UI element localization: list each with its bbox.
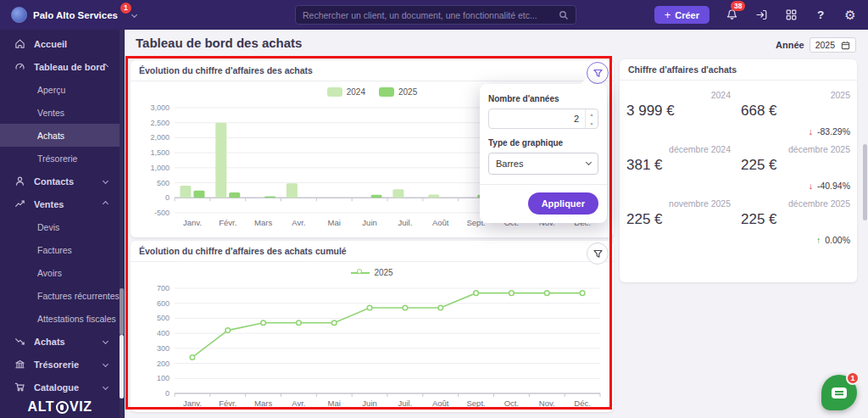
kpi-row: 202420253 999 €668 €↓ -83.29% — [625, 90, 850, 137]
svg-text:Juin: Juin — [362, 218, 376, 227]
import-button[interactable] — [754, 5, 769, 25]
sidebar-item-tresorerie[interactable]: Trésorerie — [0, 353, 120, 376]
apps-button[interactable] — [783, 5, 798, 25]
years-count-label: Nombre d'années — [488, 94, 598, 103]
sidebar-item-label: Avoirs — [37, 268, 62, 278]
svg-text:100: 100 — [157, 374, 170, 382]
sidebar-item-label: Achats — [34, 337, 65, 347]
years-count-input[interactable]: 2 ▲ ▼ — [488, 109, 598, 129]
inbox-arrow-icon — [755, 8, 768, 21]
sidebar-item-accueil[interactable]: Accueil — [0, 32, 120, 55]
svg-text:1,000: 1,000 — [150, 164, 170, 172]
grid-icon — [785, 8, 798, 21]
kpi-value: 225 € — [731, 211, 850, 228]
sidebar-item-apercu[interactable]: Aperçu — [0, 78, 120, 101]
svg-text:Juil.: Juil. — [398, 218, 412, 227]
scrollbar-segment[interactable] — [120, 288, 124, 335]
kpi-panel-title: Chiffre d'affaires d'achats — [628, 64, 737, 75]
sidebar-item-achats[interactable]: Achats — [0, 330, 120, 353]
sidebar-item-ventes[interactable]: Ventes — [0, 192, 120, 215]
sidebar-item-label: Aperçu — [37, 85, 65, 95]
sidebar-item-tableau-de-bord[interactable]: Tableau de bord — [0, 55, 120, 78]
sidebar-item-tresorerie[interactable]: Trésorerie — [0, 147, 120, 170]
legend-item-2025[interactable]: 2025 — [351, 268, 392, 277]
line-chart-header: Évolution du chiffre d'affaires des acha… — [131, 241, 614, 262]
sidebar-scrollbar[interactable] — [120, 30, 124, 418]
main-scrollbar[interactable] — [863, 144, 867, 229]
scrollbar-thumb[interactable] — [863, 144, 867, 220]
sidebar-item-label: Ventes — [34, 199, 64, 209]
sidebar-item-achats[interactable]: Achats — [0, 124, 120, 147]
spinner-down-icon[interactable]: ▼ — [586, 119, 598, 128]
help-button[interactable]: ? — [813, 5, 828, 25]
sidebar: AccueilTableau de bordAperçuVentesAchats… — [0, 30, 125, 418]
spinner-up-icon[interactable]: ▲ — [586, 109, 598, 119]
scrollbar-thumb[interactable] — [120, 335, 124, 398]
sidebar-item-catalogue[interactable]: Catalogue — [0, 376, 120, 398]
logo-text-right: VIZ — [70, 399, 92, 415]
chevron-down-icon — [103, 384, 108, 390]
bar-chart-header: Évolution du chiffre d'affaires des acha… — [131, 60, 614, 81]
svg-text:Nov.: Nov. — [539, 398, 555, 408]
svg-text:400: 400 — [157, 329, 170, 337]
sidebar-item-factures[interactable]: Factures — [0, 238, 120, 261]
sidebar-item-attestations-fiscales[interactable]: Attestations fiscales — [0, 307, 120, 330]
gear-icon — [844, 8, 855, 23]
sidebar-item-label: Factures récurrentes — [37, 291, 120, 301]
year-picker[interactable]: 2025 — [810, 37, 856, 53]
sidebar-item-label: Tableau de bord — [34, 62, 105, 72]
svg-text:500: 500 — [157, 179, 170, 187]
global-search[interactable] — [295, 5, 576, 25]
kpi-delta: ↑ 0.00% — [625, 235, 850, 245]
sidebar-item-contacts[interactable]: Contacts — [0, 170, 120, 192]
sidebar-item-avoirs[interactable]: Avoirs — [0, 261, 120, 284]
brand[interactable]: Palo Alto Services1 — [11, 0, 136, 30]
chevron-up-icon — [103, 201, 108, 207]
chevron-down-icon — [131, 12, 137, 18]
line-chart-filter-button[interactable] — [587, 242, 609, 265]
svg-text:Janv.: Janv. — [183, 398, 202, 408]
create-button[interactable]: Créer — [654, 6, 709, 24]
sidebar-item-label: Catalogue — [34, 382, 79, 393]
line-chart-card: Évolution du chiffre d'affaires des acha… — [131, 241, 614, 412]
home-icon — [14, 38, 25, 49]
chart-type-value: Barres — [496, 159, 523, 169]
funnel-icon — [593, 68, 604, 79]
sidebar-item-factures-recurrentes[interactable]: Factures récurrentes — [0, 284, 120, 307]
kpi-period-label: 2024 — [625, 90, 731, 100]
svg-text:Juin: Juin — [362, 398, 376, 408]
kpi-panel: Chiffre d'affaires d'achats 202420253 99… — [620, 59, 857, 282]
kpi-panel-header: Chiffre d'affaires d'achats — [620, 59, 857, 81]
year-value: 2025 — [815, 40, 835, 50]
sidebar-item-devis[interactable]: Devis — [0, 215, 120, 238]
legend-swatch — [379, 87, 394, 97]
svg-text:500: 500 — [157, 314, 170, 322]
brand-logo-icon — [11, 7, 27, 23]
filter-popup: Nombre d'années 2 ▲ ▼ Type de graphique … — [480, 84, 607, 223]
search-icon — [559, 10, 569, 20]
chevron-down-icon — [103, 338, 108, 344]
legend-line-marker — [351, 272, 370, 274]
kpi-delta: ↓ -83.29% — [625, 126, 850, 137]
chart-type-select[interactable]: Barres — [488, 153, 598, 175]
sidebar-item-ventes[interactable]: Ventes — [0, 101, 120, 124]
kpi-row: novembre 2025décembre 2025225 €225 €↑ 0.… — [625, 198, 850, 245]
kpi-period-label: 2025 — [731, 90, 850, 100]
kpi-rows: 202420253 999 €668 €↓ -83.29%décembre 20… — [620, 81, 857, 245]
settings-button[interactable] — [843, 5, 858, 25]
logo-text-left: ALT — [28, 399, 54, 415]
chat-badge: 1 — [846, 371, 860, 385]
cart-icon — [14, 382, 25, 393]
kpi-period-label: novembre 2025 — [625, 198, 731, 209]
svg-text:300: 300 — [157, 344, 170, 353]
chat-button[interactable]: 1 — [821, 375, 857, 410]
legend-item-2025[interactable]: 2025 — [379, 87, 417, 97]
year-label: Année — [776, 40, 804, 50]
svg-text:Mai: Mai — [328, 218, 341, 227]
apply-button[interactable]: Appliquer — [528, 192, 598, 215]
legend-item-2024[interactable]: 2024 — [327, 87, 365, 97]
calendar-icon — [841, 41, 850, 50]
notifications-button[interactable]: 38 — [724, 5, 739, 25]
search-input[interactable] — [303, 10, 559, 20]
logo-o-icon — [56, 401, 69, 414]
